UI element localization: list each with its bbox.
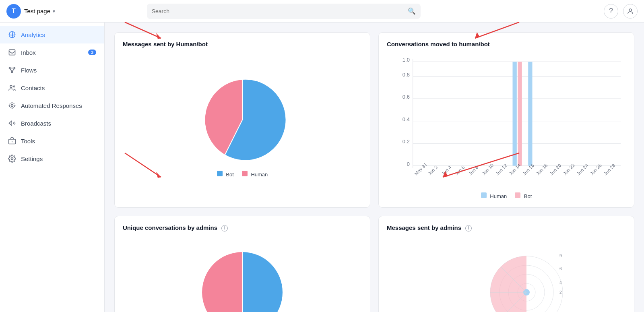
svg-marker-13 xyxy=(9,121,12,126)
sidebar-label-broadcasts: Broadcasts xyxy=(21,120,51,127)
inbox-icon xyxy=(8,48,16,56)
svg-text:Jun 10: Jun 10 xyxy=(481,163,495,176)
sidebar-label-contacts: Contacts xyxy=(21,85,45,91)
workspace-selector[interactable]: Test page ▾ xyxy=(24,8,55,14)
svg-line-7 xyxy=(10,69,12,72)
chart4-radar-svg: 9 6 4 2 xyxy=(450,244,563,312)
search-icon: 🔍 xyxy=(408,7,416,15)
chart3-pie-svg xyxy=(198,248,287,312)
chart3-title: Unique conversations by admins i xyxy=(123,224,362,231)
svg-text:0.8: 0.8 xyxy=(402,72,410,78)
svg-text:6: 6 xyxy=(559,267,562,271)
chart1-legend: Bot Human xyxy=(217,171,268,178)
svg-point-10 xyxy=(13,86,14,87)
chart3-info-icon[interactable]: i xyxy=(221,225,228,231)
svg-text:9: 9 xyxy=(559,254,562,258)
svg-text:Jun 8: Jun 8 xyxy=(467,164,479,176)
inbox-badge: 3 xyxy=(88,50,96,55)
svg-text:Jun 18: Jun 18 xyxy=(535,163,549,176)
svg-text:Jun 6: Jun 6 xyxy=(454,164,466,176)
svg-text:Jun 24: Jun 24 xyxy=(576,162,589,176)
svg-text:0.4: 0.4 xyxy=(402,116,410,122)
analytics-icon xyxy=(8,31,16,39)
legend-label-bot: Bot xyxy=(226,171,234,178)
sidebar-item-inbox[interactable]: Inbox 3 xyxy=(0,43,104,61)
legend-label-human: Human xyxy=(251,171,268,178)
legend-bot: Bot xyxy=(217,171,234,178)
svg-text:1.0: 1.0 xyxy=(402,57,410,63)
svg-line-8 xyxy=(12,69,14,72)
sidebar-item-automated-responses[interactable]: Automated Responses xyxy=(0,97,104,114)
chart1-title: Messages sent by Human/bot xyxy=(123,41,362,48)
chart1-pie-svg xyxy=(198,76,287,164)
workspace-avatar: T xyxy=(6,4,21,19)
chart4-radar-container: 9 6 4 2 Petter Antóni xyxy=(450,244,563,312)
chart2-svg: 0 0.2 0.4 0.6 0.8 1.0 xyxy=(387,54,626,189)
chart3-pie-container: Petter António xyxy=(198,248,287,312)
legend-human-bar: Human xyxy=(481,192,507,199)
chart4-info-icon[interactable]: i xyxy=(465,225,472,231)
svg-text:2: 2 xyxy=(559,290,562,295)
chart1-pie-container: Bot Human xyxy=(198,76,287,178)
sidebar-item-analytics[interactable]: Analytics xyxy=(0,26,104,43)
svg-text:Jun 22: Jun 22 xyxy=(562,163,576,176)
settings-icon xyxy=(8,155,16,163)
flows-icon xyxy=(8,66,16,74)
chart-conversations-moved: Conversations moved to human/bot 0 0.2 0… xyxy=(378,32,634,208)
sidebar-label-tools: Tools xyxy=(21,138,35,145)
legend-dot-bot-bar xyxy=(515,192,520,198)
svg-text:0: 0 xyxy=(407,161,410,167)
svg-text:4: 4 xyxy=(559,281,562,285)
legend-dot-bot xyxy=(217,171,223,176)
svg-point-4 xyxy=(14,67,15,68)
sidebar-item-settings[interactable]: Settings xyxy=(0,150,104,167)
sidebar-label-flows: Flows xyxy=(21,67,37,74)
svg-point-11 xyxy=(11,105,13,107)
chart4-title: Messages sent by admins i xyxy=(387,224,626,231)
chart1-area: Bot Human xyxy=(123,54,362,199)
search-bar: 🔍 xyxy=(147,4,421,19)
svg-rect-34 xyxy=(528,62,532,165)
svg-rect-32 xyxy=(512,62,516,165)
automated-responses-icon xyxy=(8,101,16,110)
legend-bot-bar: Bot xyxy=(515,192,532,199)
svg-text:Jun 26: Jun 26 xyxy=(589,163,603,176)
sidebar-item-broadcasts[interactable]: Broadcasts xyxy=(0,114,104,132)
svg-text:Jun 28: Jun 28 xyxy=(603,163,616,176)
chevron-down-icon: ▾ xyxy=(53,8,55,14)
svg-text:Jun 12: Jun 12 xyxy=(494,163,508,176)
svg-point-9 xyxy=(10,85,12,87)
chart-messages-admins: Messages sent by admins i xyxy=(378,216,634,312)
svg-text:Jun 4: Jun 4 xyxy=(440,164,452,176)
svg-rect-33 xyxy=(518,62,522,165)
legend-human: Human xyxy=(242,171,268,178)
sidebar-item-flows[interactable]: Flows xyxy=(0,61,104,79)
sidebar-item-contacts[interactable]: Contacts xyxy=(0,79,104,97)
sidebar: Analytics Inbox 3 Flows Contacts A xyxy=(0,23,105,312)
chart3-area: Petter António xyxy=(123,238,362,312)
svg-point-16 xyxy=(11,158,13,160)
legend-dot-human xyxy=(242,171,248,176)
svg-point-0 xyxy=(629,9,632,11)
legend-dot-human-bar xyxy=(481,192,487,198)
sidebar-label-inbox: Inbox xyxy=(21,49,36,56)
sidebar-label-settings: Settings xyxy=(21,155,43,162)
tools-icon xyxy=(8,137,16,145)
legend-label-human-bar: Human xyxy=(490,193,507,199)
workspace-name: Test page xyxy=(24,8,50,14)
svg-point-3 xyxy=(9,67,10,68)
svg-text:May 31: May 31 xyxy=(413,161,428,176)
chart2-title: Conversations moved to human/bot xyxy=(387,41,626,48)
chart-messages-human-bot: Messages sent by Human/bot xyxy=(114,32,370,208)
svg-point-12 xyxy=(9,103,14,108)
help-button[interactable]: ? xyxy=(604,4,618,19)
svg-text:Jun 20: Jun 20 xyxy=(549,163,562,176)
account-button[interactable] xyxy=(623,4,638,19)
broadcasts-icon xyxy=(8,119,16,127)
chart2-legend: Human Bot xyxy=(387,192,626,199)
search-input[interactable] xyxy=(152,8,405,14)
sidebar-item-tools[interactable]: Tools xyxy=(0,132,104,150)
app-body: Analytics Inbox 3 Flows Contacts A xyxy=(0,23,644,312)
legend-label-bot-bar: Bot xyxy=(524,193,532,199)
svg-text:0.2: 0.2 xyxy=(402,138,410,145)
